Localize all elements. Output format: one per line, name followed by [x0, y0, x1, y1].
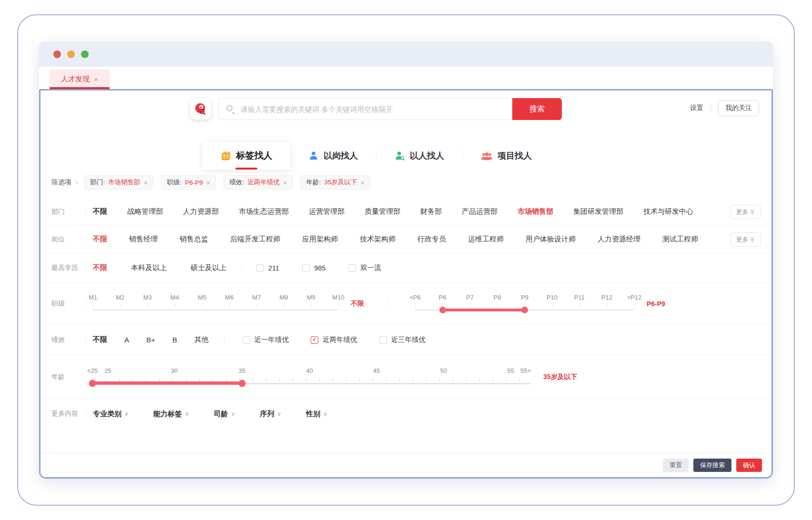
checkbox-box[interactable]	[302, 264, 310, 272]
checkbox-box[interactable]	[256, 264, 264, 272]
age-slider[interactable]: <252530354045505555+	[92, 366, 531, 388]
save-search-button[interactable]: 保存搜索	[693, 459, 731, 472]
dropdown[interactable]: 专业类别 ∨	[93, 410, 129, 419]
tab-label: 项目找人	[497, 150, 532, 161]
filter-option[interactable]: 销售总监	[180, 235, 208, 244]
row-label: 岗位	[51, 235, 86, 244]
filter-option[interactable]: 集团研发管理部	[573, 207, 623, 216]
filter-option[interactable]: 运维工程师	[468, 235, 504, 244]
dropdown[interactable]: 序列 ∨	[260, 410, 281, 419]
filter-chip[interactable]: 年龄: 35岁及以下 ×	[300, 175, 370, 190]
filter-chip[interactable]: 部门: 市场销售部 ×	[84, 175, 153, 190]
slider-tick-label: M9	[307, 294, 315, 301]
my-follow-button[interactable]: 我的关注	[718, 100, 759, 116]
filter-option[interactable]: 技术与研发中心	[643, 207, 693, 216]
checkbox-box[interactable]	[348, 264, 356, 272]
close-icon[interactable]: ×	[360, 179, 365, 187]
filter-option[interactable]: 销售经理	[129, 235, 158, 244]
filter-option[interactable]: 不限	[93, 263, 107, 272]
filter-chip[interactable]: 绩效: 近两年绩优 ×	[223, 175, 293, 190]
filter-row-rank: 职级 M1M2M3M4M5M6M7M8M9M10 不限 <P6P6P7P8P9	[41, 283, 771, 325]
slider-tick-label: M7	[252, 294, 261, 301]
chip-name: 部门:	[90, 178, 105, 187]
search-input[interactable]	[218, 98, 512, 120]
traffic-light-icon[interactable]	[53, 50, 61, 58]
filter-option[interactable]: A	[124, 336, 129, 344]
tab-person-search[interactable]: 以人找人	[376, 150, 462, 161]
close-icon[interactable]: ×	[283, 179, 287, 187]
search-button[interactable]: 搜索	[512, 98, 562, 120]
slider-track[interactable]	[415, 310, 634, 310]
filter-option[interactable]: 运营管理部	[309, 207, 345, 216]
filter-chip[interactable]: 职级: P6-P9 ×	[161, 175, 216, 190]
checkbox[interactable]: 近三年绩优	[379, 335, 426, 344]
tab-tag-search[interactable]: 标签找人	[203, 142, 290, 170]
checkbox[interactable]: 近两年绩优	[311, 335, 357, 344]
more-button[interactable]: 更多 ≫	[731, 232, 761, 247]
browser-window: 人才发现 × 搜索 设置	[39, 41, 773, 479]
checkbox[interactable]: 211	[256, 264, 279, 272]
top-actions: 设置 我的关注	[690, 100, 759, 116]
filter-option[interactable]: 财务部	[420, 207, 442, 216]
slider-tick-label: >P12	[627, 294, 642, 301]
filter-option[interactable]: 战略管理部	[127, 207, 163, 216]
slider-tick-label: P8	[494, 294, 501, 301]
close-icon[interactable]: ×	[206, 179, 211, 187]
settings-link[interactable]: 设置	[690, 104, 703, 112]
slider-selected-range[interactable]	[443, 309, 525, 311]
slider-tick-label: M5	[198, 294, 206, 301]
filter-option[interactable]: 产品运营部	[462, 207, 497, 216]
slider-track[interactable]	[92, 383, 531, 384]
dropdown-label: 司龄	[214, 410, 228, 419]
dropdown[interactable]: 性别 ∨	[306, 410, 327, 419]
tab-position-search[interactable]: 以岗找人	[290, 150, 376, 161]
filter-option[interactable]: 质量管理部	[365, 207, 400, 216]
slider-tick-label: 45	[373, 367, 380, 374]
filter-option[interactable]: 后端开发工程师	[230, 235, 280, 244]
filter-option[interactable]: 不限	[93, 235, 107, 244]
filter-option[interactable]: 用户体验设计师	[526, 235, 576, 244]
checkbox[interactable]: 985	[302, 264, 325, 272]
more-button[interactable]: 更多 ≫	[731, 205, 761, 219]
filter-option[interactable]: 人力资源部	[183, 207, 219, 216]
slider-track[interactable]	[93, 310, 338, 310]
confirm-button[interactable]: 确认	[736, 459, 762, 472]
checkbox-box[interactable]	[311, 336, 318, 344]
page-tab-title: 人才发现	[61, 75, 90, 84]
filter-option[interactable]: 市场销售部	[518, 207, 553, 216]
filter-option[interactable]: 行政专员	[417, 235, 446, 244]
filter-option[interactable]: 其他	[194, 335, 209, 344]
close-icon[interactable]: ×	[94, 75, 98, 83]
filter-option[interactable]: 市场生态运营部	[239, 207, 289, 216]
filter-option[interactable]: 技术架构师	[360, 235, 396, 244]
filter-chips: 部门: 市场销售部 × 职级: P6-P9 × 绩效:	[84, 175, 370, 190]
checkbox-box[interactable]	[243, 336, 250, 344]
filter-option[interactable]: 不限	[93, 207, 107, 216]
filter-option[interactable]: 不限	[93, 335, 107, 344]
filter-option[interactable]: 本科及以上	[131, 263, 167, 272]
filter-option[interactable]: 应用架构师	[302, 235, 338, 244]
filter-option[interactable]: 硕士及以上	[191, 263, 226, 272]
dropdown[interactable]: 能力标签 ∨	[153, 410, 189, 419]
divider	[710, 104, 711, 112]
filter-option[interactable]: 人力资源经理	[598, 235, 640, 244]
chevrons-down-icon: ≫	[750, 209, 756, 215]
checkbox[interactable]: 近一年绩优	[243, 335, 289, 344]
checkbox-box[interactable]	[379, 336, 387, 344]
traffic-light-icon[interactable]	[67, 50, 75, 58]
filter-option[interactable]: B+	[146, 336, 155, 344]
mode-tabs: 标签找人 以岗找人	[203, 142, 550, 170]
filter-option[interactable]: B	[173, 336, 177, 344]
filter-summary-row: 筛选项 › 部门: 市场销售部 × 职级: P6-P9 ×	[51, 175, 761, 190]
reset-button[interactable]: 重置	[663, 459, 689, 472]
page-tab-talent-discovery[interactable]: 人才发现 ×	[50, 69, 110, 89]
checkbox[interactable]: 双一流	[348, 263, 381, 272]
slider-selected-range[interactable]	[92, 381, 242, 385]
filter-option[interactable]: 测试工程师	[662, 235, 698, 244]
p-rank-slider[interactable]: <P6P6P7P8P9P10P11P12>P12	[415, 293, 634, 315]
m-rank-slider[interactable]: M1M2M3M4M5M6M7M8M9M10	[93, 293, 338, 315]
traffic-light-icon[interactable]	[81, 50, 89, 58]
close-icon[interactable]: ×	[144, 179, 148, 187]
dropdown[interactable]: 司龄 ∨	[214, 410, 235, 419]
tab-project-search[interactable]: 项目找人	[463, 150, 550, 161]
